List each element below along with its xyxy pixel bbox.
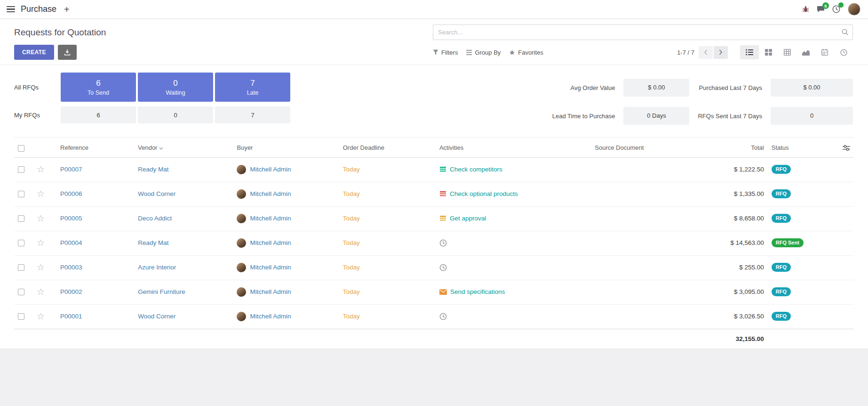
favorite-star-icon[interactable]: ☆ <box>37 287 45 297</box>
debug-bug-icon[interactable] <box>802 6 809 13</box>
view-calendar-button[interactable] <box>815 45 834 59</box>
view-switcher <box>740 45 853 59</box>
search-input[interactable] <box>433 24 853 40</box>
header-buyer[interactable]: Buyer <box>233 138 339 158</box>
activity-clock-icon[interactable] <box>439 264 447 271</box>
reference-link[interactable]: P00001 <box>60 313 82 320</box>
my-rfqs-label: My RFQs <box>14 112 59 119</box>
view-pivot-button[interactable] <box>778 45 796 59</box>
stat-to-send[interactable]: 6 To Send <box>61 73 136 102</box>
activity-clock-icon[interactable] <box>439 313 447 320</box>
reference-link[interactable]: P00002 <box>60 288 82 295</box>
search-icon[interactable] <box>841 28 849 38</box>
vendor-link[interactable]: Ready Mat <box>138 239 168 246</box>
reference-link[interactable]: P00004 <box>60 239 82 246</box>
buyer-avatar <box>237 287 246 297</box>
favorite-star-icon[interactable]: ☆ <box>37 189 45 199</box>
table-row[interactable]: ☆ P00004 Ready Mat Mitchell Admin Today … <box>14 231 854 255</box>
optional-columns-toggle[interactable] <box>843 145 850 151</box>
activity-link[interactable]: Check optional products <box>450 190 518 197</box>
table-row[interactable]: ☆ P00006 Wood Corner Mitchell Admin Toda… <box>14 182 854 206</box>
my-stat-waiting[interactable]: 0 <box>138 106 213 123</box>
vendor-link[interactable]: Azure Interior <box>138 264 176 271</box>
favorite-star-icon[interactable]: ☆ <box>37 164 45 174</box>
activities-clock-icon[interactable] <box>832 5 840 13</box>
favorite-star-icon[interactable]: ☆ <box>37 238 45 248</box>
table-row[interactable]: ☆ P00002 Gemini Furniture Mitchell Admin… <box>14 280 854 304</box>
row-checkbox[interactable] <box>18 191 24 197</box>
favorite-star-icon[interactable]: ☆ <box>37 213 45 223</box>
view-activity-button[interactable] <box>834 45 853 59</box>
buyer-avatar <box>237 214 246 223</box>
favorite-star-icon[interactable]: ☆ <box>37 262 45 272</box>
row-checkbox[interactable] <box>18 166 24 173</box>
stat-late[interactable]: 7 Late <box>215 73 290 102</box>
buyer-link[interactable]: Mitchell Admin <box>250 312 291 319</box>
table-row[interactable]: ☆ P00007 Ready Mat Mitchell Admin Today … <box>14 157 854 182</box>
pager-previous-button[interactable] <box>699 46 713 59</box>
group-by-button[interactable]: Group By <box>466 49 501 56</box>
buyer-link[interactable]: Mitchell Admin <box>250 239 291 246</box>
header-status[interactable]: Status <box>768 138 836 158</box>
row-checkbox[interactable] <box>18 264 24 271</box>
activity-link[interactable]: Get approval <box>450 215 486 222</box>
create-button[interactable]: CREATE <box>14 45 54 60</box>
vendor-link[interactable]: Ready Mat <box>138 166 168 173</box>
table-row[interactable]: ☆ P00005 Deco Addict Mitchell Admin Toda… <box>14 206 854 231</box>
reference-link[interactable]: P00003 <box>60 264 82 271</box>
activity-link[interactable]: Send specifications <box>450 288 505 295</box>
my-stat-to-send[interactable]: 6 <box>61 106 136 123</box>
chevron-right-icon <box>719 49 723 55</box>
vendor-link[interactable]: Deco Addict <box>138 215 172 222</box>
activity-link[interactable]: Check competitors <box>450 166 502 173</box>
apps-menu-icon[interactable] <box>7 5 15 14</box>
reference-link[interactable]: P00007 <box>60 166 82 173</box>
vendor-link[interactable]: Wood Corner <box>138 313 175 320</box>
messages-count-badge: 5 <box>822 2 829 9</box>
row-checkbox[interactable] <box>18 289 24 295</box>
messages-icon[interactable]: 5 <box>817 6 825 13</box>
select-all-checkbox[interactable] <box>18 145 24 152</box>
reference-link[interactable]: P00006 <box>60 190 82 197</box>
status-badge: RFQ <box>772 214 791 223</box>
header-order-deadline[interactable]: Order Deadline <box>339 138 436 158</box>
export-button[interactable] <box>58 45 77 60</box>
header-activities[interactable]: Activities <box>436 138 591 158</box>
buyer-link[interactable]: Mitchell Admin <box>250 214 291 221</box>
header-reference[interactable]: Reference <box>56 138 134 158</box>
favorites-button[interactable]: Favorites <box>509 49 543 56</box>
rfq-list-view: Reference Vendor Buyer Order Deadline Ac… <box>0 134 868 349</box>
header-vendor[interactable]: Vendor <box>134 138 233 158</box>
source-document-cell <box>591 280 697 304</box>
my-stat-late[interactable]: 7 <box>215 106 290 123</box>
view-list-button[interactable] <box>740 45 759 59</box>
view-graph-button[interactable] <box>796 45 815 59</box>
systray: 5 <box>802 3 860 16</box>
pager-next-button[interactable] <box>714 46 728 59</box>
control-panel: Requests for Quotation CREATE Filters <box>0 19 868 65</box>
app-menu-purchase[interactable]: Purchase <box>21 4 56 14</box>
row-checkbox[interactable] <box>18 215 24 222</box>
reference-link[interactable]: P00005 <box>60 215 82 222</box>
row-checkbox[interactable] <box>18 313 24 320</box>
buyer-link[interactable]: Mitchell Admin <box>250 190 291 197</box>
row-checkbox[interactable] <box>18 240 24 246</box>
user-avatar[interactable] <box>848 3 860 16</box>
buyer-link[interactable]: Mitchell Admin <box>250 288 291 295</box>
activity-clock-icon[interactable] <box>439 239 447 247</box>
table-row[interactable]: ☆ P00003 Azure Interior Mitchell Admin T… <box>14 255 854 280</box>
view-kanban-button[interactable] <box>759 45 778 59</box>
source-document-cell <box>591 255 697 280</box>
filters-button[interactable]: Filters <box>433 49 458 56</box>
vendor-link[interactable]: Wood Corner <box>138 190 175 197</box>
header-source-document[interactable]: Source Document <box>591 138 697 158</box>
favorite-star-icon[interactable]: ☆ <box>37 311 45 321</box>
stat-waiting[interactable]: 0 Waiting <box>138 73 213 102</box>
buyer-link[interactable]: Mitchell Admin <box>250 165 291 172</box>
vendor-link[interactable]: Gemini Furniture <box>138 288 185 295</box>
header-total[interactable]: Total <box>697 138 768 158</box>
table-row[interactable]: ☆ P00001 Wood Corner Mitchell Admin Toda… <box>14 304 854 329</box>
buyer-link[interactable]: Mitchell Admin <box>250 263 291 270</box>
new-tab-plus-icon[interactable]: + <box>64 5 70 14</box>
status-badge: RFQ Sent <box>772 238 804 247</box>
